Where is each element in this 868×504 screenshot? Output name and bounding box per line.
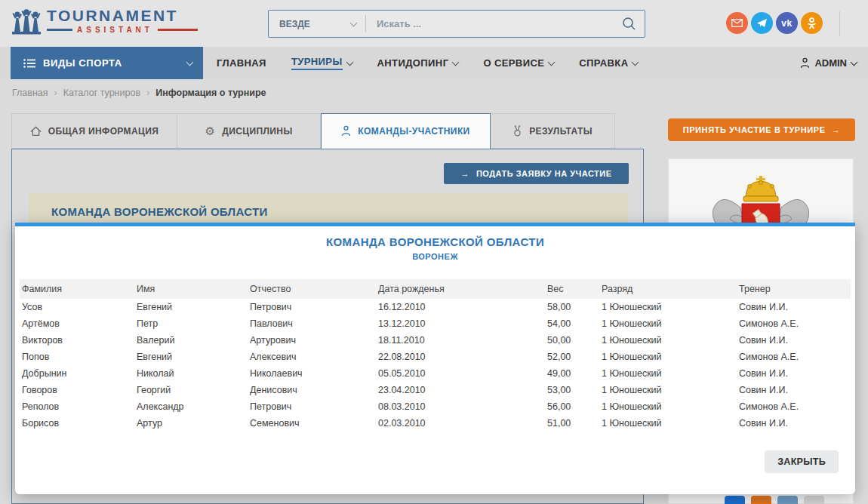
breadcrumb-home[interactable]: Главная xyxy=(12,88,63,98)
column-header: Имя xyxy=(134,279,248,299)
nav-item-antidoping[interactable]: АНТИДОПИНГ xyxy=(377,57,459,69)
table-cell: Петрович xyxy=(248,299,376,315)
sports-menu-button[interactable]: ВИДЫ СПОРТА xyxy=(11,47,203,79)
admin-menu[interactable]: ADMIN xyxy=(800,47,857,79)
table-cell: 13.12.2010 xyxy=(376,315,545,332)
telegram-button[interactable] xyxy=(751,12,773,34)
table-row: АртёмовПетрПавлович13.12.201054,001 Юнош… xyxy=(20,315,851,332)
header: TOURNAMENT ASSISTANT ВЕЗДЕ xyxy=(0,0,868,47)
table-cell: 16.12.2010 xyxy=(376,299,545,315)
table-cell: 02.03.2010 xyxy=(376,415,545,432)
search-bar: ВЕЗДЕ xyxy=(268,10,645,38)
table-cell: Денисович xyxy=(248,382,376,398)
social-links: vk xyxy=(726,12,823,34)
table-cell: Викторов xyxy=(20,332,134,349)
table-cell: Петр xyxy=(134,315,248,332)
join-tournament-button[interactable]: ПРИНЯТЬ УЧАСТИЕ В ТУРНИРЕ → xyxy=(668,118,855,141)
roster-table: ФамилияИмяОтчествоДата рожденьяВесРазряд… xyxy=(20,279,851,432)
chevron-down-icon xyxy=(452,58,460,66)
logo-red-line xyxy=(158,29,198,31)
share-more-button[interactable] xyxy=(804,496,824,504)
chevron-down-icon xyxy=(186,58,194,66)
share-vk-button[interactable] xyxy=(777,496,798,504)
table-cell: 1 Юношеский xyxy=(599,382,737,398)
odnoklassniki-icon xyxy=(807,17,817,29)
search-scope-dropdown[interactable]: ВЕЗДЕ xyxy=(269,11,365,37)
table-cell: Совин И.И. xyxy=(737,382,851,398)
column-header: Дата рожденья xyxy=(376,279,545,299)
user-icon xyxy=(800,57,810,69)
close-modal-button[interactable]: ЗАКРЫТЬ xyxy=(765,450,839,473)
search-button[interactable] xyxy=(613,11,645,37)
table-row: ВикторовВалерийАртурович18.11.201050,001… xyxy=(20,332,851,349)
logo[interactable]: TOURNAMENT ASSISTANT xyxy=(11,7,198,38)
table-cell: Георгий xyxy=(134,382,248,398)
mail-button[interactable] xyxy=(726,12,748,34)
chevron-down-icon xyxy=(346,58,353,66)
table-cell: Совин И.И. xyxy=(737,365,851,382)
submit-application-button[interactable]: → ПОДАТЬ ЗАЯВКУ НА УЧАСТИЕ xyxy=(444,163,629,184)
breadcrumb-catalog[interactable]: Каталог турниров xyxy=(63,88,155,98)
table-row: РеполовАлександрПетрович08.03.201056,001… xyxy=(20,398,851,415)
tab-disciplines[interactable]: ⚙ ДИСЦИПЛИНЫ xyxy=(177,113,321,149)
table-cell: Совин И.И. xyxy=(737,332,851,349)
table-cell: Павлович xyxy=(248,315,376,332)
table-cell: Артёмов xyxy=(20,315,134,332)
search-scope-value: ВЕЗДЕ xyxy=(279,19,310,29)
table-cell: Алексевич xyxy=(248,349,376,365)
table-row: ГоворовГеоргийДенисович23.04.201053,001 … xyxy=(20,382,851,398)
table-cell: 54,00 xyxy=(545,315,599,332)
table-cell: 1 Юношеский xyxy=(599,398,737,415)
column-header: Отчество xyxy=(248,279,376,299)
mail-icon xyxy=(731,19,743,27)
table-cell: Реполов xyxy=(20,398,134,415)
table-cell: Валерий xyxy=(134,332,248,349)
table-cell: Артурович xyxy=(248,332,376,349)
nav-items: ГЛАВНАЯ ТУРНИРЫ АНТИДОПИНГ О СЕРВИСЕ СПР… xyxy=(217,47,638,79)
roster-header-row: ФамилияИмяОтчествоДата рожденьяВесРазряд… xyxy=(20,279,851,299)
table-cell: 05.05.2010 xyxy=(376,365,545,382)
table-cell: 56,00 xyxy=(545,398,599,415)
sports-menu-label: ВИДЫ СПОРТА xyxy=(43,57,180,69)
team-roster-modal: КОМАНДА ВОРОНЕЖСКОЙ ОБЛАСТИ ВОРОНЕЖ Фами… xyxy=(15,223,855,494)
column-header: Разряд xyxy=(599,279,737,299)
table-cell: 18.11.2010 xyxy=(376,332,545,349)
share-odnoklassniki-button[interactable] xyxy=(751,496,771,504)
table-cell: Совин И.И. xyxy=(737,299,851,315)
header-divider xyxy=(839,11,840,36)
table-cell: 53,00 xyxy=(545,382,599,398)
odnoklassniki-button[interactable] xyxy=(801,12,823,34)
arrow-right-icon: → xyxy=(460,169,469,178)
vk-button[interactable]: vk xyxy=(776,12,798,34)
table-cell: Симонов А.Е. xyxy=(737,315,851,332)
table-cell: Петрович xyxy=(248,398,376,415)
table-cell: 49,00 xyxy=(545,365,599,382)
nav-item-home[interactable]: ГЛАВНАЯ xyxy=(217,57,266,69)
table-cell: Говоров xyxy=(20,382,134,398)
nav-item-help[interactable]: СПРАВКА xyxy=(579,57,638,69)
table-cell: 23.04.2010 xyxy=(376,382,545,398)
table-cell: Евгений xyxy=(134,349,248,365)
table-row: БорисовАртурСеменович02.03.201051,001 Юн… xyxy=(20,415,851,432)
table-cell: 1 Юношеский xyxy=(599,365,737,382)
tab-results[interactable]: РЕЗУЛЬТАТЫ xyxy=(491,113,615,149)
brand-subname: ASSISTANT xyxy=(77,26,153,34)
tab-general-info[interactable]: ОБЩАЯ ИНФОРМАЦИЯ xyxy=(11,113,177,149)
people-logo-icon xyxy=(11,7,42,38)
share-facebook-button[interactable] xyxy=(725,496,745,504)
table-cell: 1 Юношеский xyxy=(599,315,737,332)
logo-blue-line xyxy=(47,29,72,31)
search-input[interactable] xyxy=(366,11,613,37)
vk-icon: vk xyxy=(781,18,792,29)
table-cell: Николай xyxy=(134,365,248,382)
nav-item-about-service[interactable]: О СЕРВИСЕ xyxy=(483,57,554,69)
share-buttons xyxy=(725,496,824,504)
list-icon xyxy=(23,59,35,68)
nav-item-tournaments[interactable]: ТУРНИРЫ xyxy=(291,56,352,70)
chevron-down-icon xyxy=(350,19,358,26)
modal-title: КОМАНДА ВОРОНЕЖСКОЙ ОБЛАСТИ xyxy=(15,235,855,248)
tab-teams[interactable]: КОМАНДЫ-УЧАСТНИКИ xyxy=(321,113,491,149)
table-cell: Попов xyxy=(20,349,134,365)
main-nav: ВИДЫ СПОРТА ГЛАВНАЯ ТУРНИРЫ АНТИДОПИНГ О… xyxy=(0,47,868,79)
gear-icon: ⚙ xyxy=(205,125,215,137)
